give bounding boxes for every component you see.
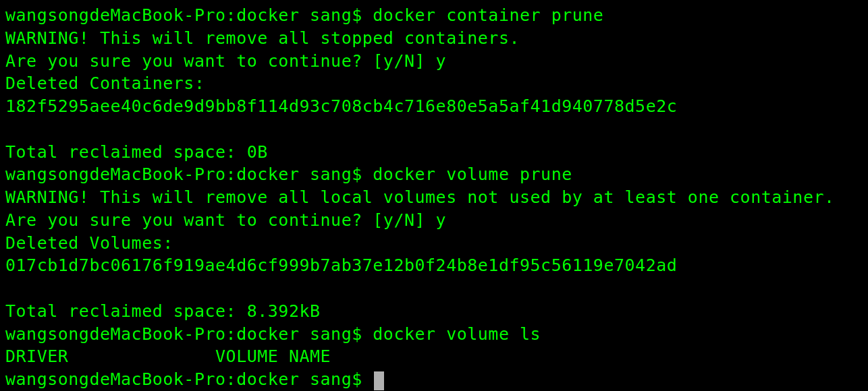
shell-command: docker volume ls	[373, 324, 541, 344]
shell-prompt: wangsongdeMacBook-Pro:docker sang$	[5, 369, 373, 389]
terminal-line: Total reclaimed space: 0B	[5, 141, 863, 164]
terminal-line: Total reclaimed space: 8.392kB	[5, 300, 863, 323]
terminal-line: wangsongdeMacBook-Pro:docker sang$ docke…	[5, 323, 863, 346]
shell-prompt: wangsongdeMacBook-Pro:docker sang$	[5, 164, 373, 184]
terminal-line: Deleted Containers:	[5, 72, 863, 95]
terminal-line: 017cb1d7bc06176f919ae4d6cf999b7ab37e12b0…	[5, 254, 863, 277]
terminal-line: Are you sure you want to continue? [y/N]…	[5, 209, 863, 232]
terminal-line: Deleted Volumes:	[5, 232, 863, 255]
shell-prompt: wangsongdeMacBook-Pro:docker sang$	[5, 324, 373, 344]
shell-command: docker container prune	[373, 5, 603, 25]
terminal-line: WARNING! This will remove all local volu…	[5, 186, 863, 209]
cursor-icon	[374, 371, 384, 390]
terminal-line: wangsongdeMacBook-Pro:docker sang$ docke…	[5, 163, 863, 186]
terminal-line: wangsongdeMacBook-Pro:docker sang$ docke…	[5, 4, 863, 27]
terminal-line	[5, 277, 863, 300]
terminal[interactable]: wangsongdeMacBook-Pro:docker sang$ docke…	[0, 0, 868, 391]
terminal-line: wangsongdeMacBook-Pro:docker sang$	[5, 368, 863, 391]
terminal-line: WARNING! This will remove all stopped co…	[5, 27, 863, 50]
terminal-line: Are you sure you want to continue? [y/N]…	[5, 50, 863, 73]
shell-prompt: wangsongdeMacBook-Pro:docker sang$	[5, 5, 373, 25]
terminal-line: 182f5295aee40c6de9d9bb8f114d93c708cb4c71…	[5, 95, 863, 118]
shell-command: docker volume prune	[373, 164, 572, 184]
terminal-line	[5, 118, 863, 141]
terminal-line: DRIVER VOLUME NAME	[5, 345, 863, 368]
